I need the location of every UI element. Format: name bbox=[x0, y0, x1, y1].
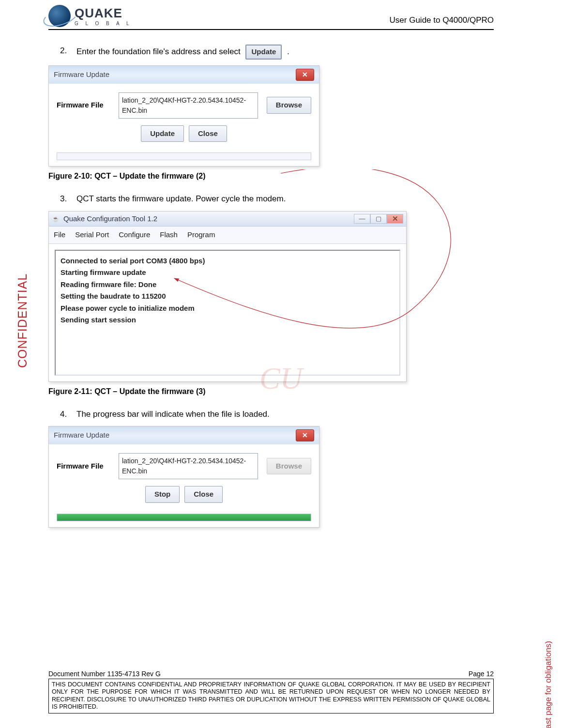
page-footer: Document Number 1135-4713 Rev G Page 12 … bbox=[48, 670, 494, 714]
fig2-caption: Figure 2-11: QCT – Update the firmware (… bbox=[48, 386, 494, 397]
qct-title: Quake Configuration Tool 1.2 bbox=[63, 213, 157, 225]
figure-2-10: Firmware Update ✕ Firmware File lation_2… bbox=[48, 65, 319, 167]
logo-globe-icon bbox=[48, 5, 71, 27]
fig1-update-button[interactable]: Update bbox=[141, 125, 184, 142]
page-header: QUAKE G L O B A L User Guide to Q4000/QP… bbox=[48, 5, 494, 30]
fig3-close-button[interactable]: Close bbox=[184, 486, 223, 503]
qct-menu-bar: File Serial Port Configure Flash Program bbox=[49, 227, 406, 244]
legal-notice: THIS DOCUMENT CONTAINS CONFIDENTIAL AND … bbox=[48, 679, 494, 714]
step-2-text-b: . bbox=[287, 47, 289, 56]
step-2: 2. Enter the foundation file's address a… bbox=[60, 45, 494, 60]
step-3-text: QCT starts the firmware update. Power cy… bbox=[76, 193, 286, 205]
step-4-text: The progress bar will indicate when the … bbox=[76, 408, 270, 421]
figure-progress: Firmware Update ✕ Firmware File lation_2… bbox=[48, 426, 319, 528]
java-icon: ☕ bbox=[52, 215, 60, 223]
close-icon[interactable]: ✕ bbox=[296, 69, 314, 81]
fig3-stop-button[interactable]: Stop bbox=[145, 486, 180, 503]
fig3-title: Firmware Update bbox=[54, 430, 109, 441]
console-line-0: Connected to serial port COM3 (4800 bps) bbox=[61, 256, 395, 267]
fig1-titlebar: Firmware Update ✕ bbox=[49, 66, 319, 84]
step-2-text: Enter the foundation file's address and … bbox=[76, 45, 289, 60]
figure-2-11: ☕ Quake Configuration Tool 1.2 — ▢ ✕ Fil… bbox=[48, 211, 407, 382]
qct-titlebar: ☕ Quake Configuration Tool 1.2 — ▢ ✕ bbox=[49, 212, 406, 227]
fig1-caption: Figure 2-10: QCT – Update the firmware (… bbox=[48, 170, 494, 182]
fig1-close-button[interactable]: Close bbox=[189, 125, 227, 142]
menu-configure[interactable]: Configure bbox=[119, 229, 150, 241]
step-2-number: 2. bbox=[60, 45, 69, 60]
fig1-file-field[interactable]: lation_2_20\Q4Kf-HGT-2.20.5434.10452-ENC… bbox=[119, 92, 258, 119]
page-number: Page 12 bbox=[469, 670, 494, 678]
doc-number: Document Number 1135-4713 Rev G bbox=[48, 670, 161, 678]
logo-text-sub: G L O B A L bbox=[75, 21, 132, 26]
fig3-file-field[interactable]: lation_2_20\Q4Kf-HGT-2.20.5434.10452-ENC… bbox=[119, 453, 258, 479]
page-content: QUAKE G L O B A L User Guide to Q4000/QP… bbox=[48, 5, 494, 531]
step-3-number: 3. bbox=[60, 193, 69, 205]
inline-update-button: Update bbox=[245, 45, 282, 60]
console-line-6: Sending start session bbox=[61, 315, 395, 326]
maximize-icon[interactable]: ▢ bbox=[370, 214, 387, 224]
qct-console: Connected to serial port COM3 (4800 bps)… bbox=[55, 250, 400, 376]
console-line-3: Reading firmware file: Done bbox=[61, 279, 395, 290]
console-line-4: Setting the baudrate to 115200 bbox=[61, 291, 395, 302]
fig1-progress-bar bbox=[57, 152, 311, 160]
fig1-browse-button[interactable]: Browse bbox=[267, 97, 311, 114]
step-3: 3. QCT starts the firmware update. Power… bbox=[60, 193, 494, 205]
fig3-browse-button: Browse bbox=[267, 458, 311, 475]
menu-file[interactable]: File bbox=[54, 229, 65, 241]
fig1-file-label: Firmware File bbox=[57, 100, 110, 111]
minimize-icon[interactable]: — bbox=[354, 214, 370, 224]
fig3-close-icon[interactable]: ✕ bbox=[296, 429, 314, 441]
fig1-title: Firmware Update bbox=[54, 69, 109, 80]
logo: QUAKE G L O B A L bbox=[48, 5, 132, 27]
menu-program[interactable]: Program bbox=[187, 229, 215, 241]
console-line-5: Please power cycle to initialize modem bbox=[61, 303, 395, 314]
menu-flash[interactable]: Flash bbox=[160, 229, 178, 241]
step-4: 4. The progress bar will indicate when t… bbox=[60, 408, 494, 421]
fig3-titlebar: Firmware Update ✕ bbox=[49, 426, 319, 444]
logo-text-main: QUAKE bbox=[75, 6, 132, 21]
menu-serial-port[interactable]: Serial Port bbox=[75, 229, 109, 241]
close-window-icon[interactable]: ✕ bbox=[387, 214, 403, 224]
fig3-file-label: Firmware File bbox=[57, 461, 110, 472]
console-line-2: Starting firmware update bbox=[61, 267, 395, 278]
fig3-progress-bar bbox=[57, 514, 311, 521]
step-4-number: 4. bbox=[60, 408, 69, 421]
obligations-side-label: Information classified Confidential - Do… bbox=[544, 641, 553, 728]
doc-title: User Guide to Q4000/QPRO bbox=[390, 15, 494, 25]
confidential-side-label: CONFIDENTIAL bbox=[15, 273, 30, 368]
step-2-text-a: Enter the foundation file's address and … bbox=[76, 47, 243, 56]
